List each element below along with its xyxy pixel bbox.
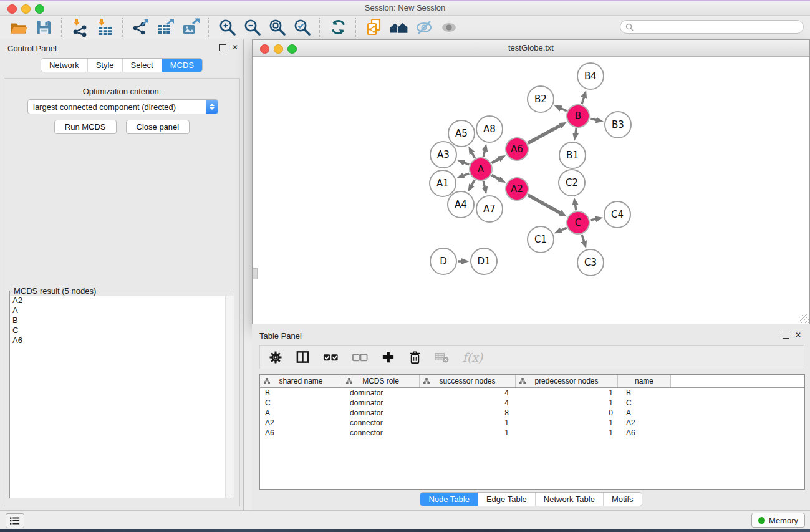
mcds-result-item[interactable]: A [10, 306, 234, 316]
run-mcds-button[interactable]: Run MCDS [54, 120, 117, 134]
column-header-predecessor-nodes[interactable]: predecessor nodes [516, 375, 618, 387]
network-canvas[interactable]: B4B2BB3A5A8A6A3B1AA1C2A2A4A7CC4C1C3DD1 [253, 57, 809, 324]
import-network-button[interactable] [67, 17, 92, 38]
table-tab-edge-table[interactable]: Edge Table [478, 493, 535, 506]
open-session-button[interactable] [6, 17, 31, 38]
search-field[interactable] [620, 20, 804, 34]
function-builder-button[interactable]: f(x) [460, 349, 485, 365]
export-image-button[interactable] [178, 17, 203, 38]
task-history-button[interactable] [6, 513, 24, 528]
export-table-button[interactable] [153, 17, 178, 38]
graph-edge-A-A6[interactable] [492, 159, 500, 163]
table-row-B[interactable]: Bdominator41B [260, 388, 804, 398]
graph-node-B2[interactable]: B2 [527, 85, 554, 113]
control-tab-network[interactable]: Network [41, 59, 87, 72]
clone-network-button[interactable] [362, 17, 387, 38]
mcds-result-item[interactable]: C [10, 326, 234, 336]
delete-row-button[interactable] [407, 349, 423, 365]
float-panel-icon[interactable] [219, 44, 226, 51]
mcds-result-item[interactable]: B [10, 316, 234, 326]
column-header-name[interactable]: name [618, 375, 671, 387]
float-table-panel-icon[interactable] [783, 332, 789, 339]
graph-node-D[interactable]: D [430, 248, 457, 275]
mcds-result-item[interactable]: A2 [10, 296, 234, 306]
graph-edge-A-A5[interactable] [472, 153, 475, 158]
search-input[interactable] [637, 22, 803, 32]
graph-node-A4[interactable]: A4 [447, 191, 475, 218]
table-row-A2[interactable]: A2connector11A2 [260, 418, 804, 428]
mcds-result-item[interactable]: A6 [10, 336, 234, 346]
zoom-fit-button[interactable] [264, 17, 289, 38]
graph-edge-B-B3[interactable] [591, 118, 597, 120]
window-resize-grip[interactable] [800, 314, 809, 323]
graph-node-B3[interactable]: B3 [604, 111, 632, 138]
table-row-A[interactable]: Adominator80A [260, 408, 804, 418]
control-tab-select[interactable]: Select [122, 59, 162, 72]
save-session-button[interactable] [31, 17, 56, 38]
column-header-shared-name[interactable]: shared name [260, 375, 342, 387]
close-table-panel-icon[interactable]: ✕ [795, 331, 801, 339]
column-visibility-button[interactable] [294, 349, 311, 365]
graph-edge-A6-B[interactable] [528, 125, 561, 143]
column-header-successor-nodes[interactable]: successor nodes [420, 375, 516, 387]
graph-node-A8[interactable]: A8 [476, 115, 503, 143]
result-list-scrollbar[interactable] [225, 296, 234, 498]
delete-table-button[interactable] [433, 349, 450, 365]
graph-edge-A2-C[interactable] [528, 195, 561, 213]
show-hidden-button[interactable] [436, 17, 461, 38]
graph-node-A6[interactable]: A6 [505, 137, 529, 161]
graph-node-A3[interactable]: A3 [430, 141, 457, 168]
graph-node-C2[interactable]: C2 [558, 169, 586, 196]
graph-node-C3[interactable]: C3 [577, 249, 604, 276]
control-tab-style[interactable]: Style [87, 59, 122, 72]
deselect-all-button[interactable] [350, 349, 369, 365]
graph-edge-B-B1[interactable] [576, 128, 576, 134]
graph-edge-C-C3[interactable] [582, 235, 584, 242]
close-panel-icon[interactable]: ✕ [232, 44, 238, 51]
add-row-button[interactable] [380, 349, 396, 365]
graph-edge-C-C4[interactable] [591, 219, 596, 220]
graph-edge-A-A8[interactable] [483, 150, 485, 157]
graph-node-A[interactable]: A [469, 157, 493, 181]
close-panel-button[interactable]: Close panel [126, 120, 190, 134]
graph-edge-B-B2[interactable] [561, 108, 567, 110]
zoom-in-button[interactable] [215, 17, 239, 38]
table-tab-motifs[interactable]: Motifs [603, 493, 642, 506]
graph-node-A2[interactable]: A2 [505, 177, 529, 201]
memory-button[interactable]: Memory [751, 513, 805, 528]
table-tab-network-table[interactable]: Network Table [535, 493, 603, 506]
graph-node-C1[interactable]: C1 [527, 226, 554, 253]
graph-node-B4[interactable]: B4 [577, 62, 604, 90]
graph-node-B[interactable]: B [566, 104, 590, 128]
graph-edge-A-A4[interactable] [471, 180, 475, 185]
graph-edge-A-A1[interactable] [463, 173, 470, 176]
optimization-criterion-select[interactable]: largest connected component (directed) [27, 99, 218, 114]
apply-layout-button[interactable] [325, 17, 350, 38]
graph-node-B1[interactable]: B1 [559, 142, 586, 169]
column-header-MCDS-role[interactable]: MCDS role [342, 375, 420, 387]
graph-node-D1[interactable]: D1 [470, 248, 498, 275]
graph-edge-C-C2[interactable] [575, 205, 576, 211]
zoom-out-button[interactable] [239, 17, 264, 38]
table-settings-button[interactable] [268, 349, 284, 365]
graph-node-C[interactable]: C [566, 211, 590, 235]
hide-selected-button[interactable] [412, 17, 436, 38]
graph-edge-A-A2[interactable] [492, 175, 500, 180]
import-table-button[interactable] [92, 17, 117, 38]
table-row-A6[interactable]: A6connector11A6 [260, 428, 804, 438]
graph-node-A7[interactable]: A7 [476, 195, 503, 223]
graph-edge-A-A7[interactable] [483, 181, 485, 188]
graph-edge-C-C1[interactable] [561, 228, 567, 230]
graph-node-C4[interactable]: C4 [604, 201, 631, 228]
table-tab-node-table[interactable]: Node Table [420, 493, 478, 506]
select-all-button[interactable] [321, 349, 340, 365]
graph-edge-B-B4[interactable] [582, 97, 584, 104]
graph-edge-A-A3[interactable] [464, 163, 470, 165]
zoom-selected-button[interactable] [289, 17, 314, 38]
export-network-button[interactable] [128, 17, 153, 38]
canvas-splitter-handle[interactable] [253, 268, 258, 279]
graph-node-A5[interactable]: A5 [448, 120, 475, 147]
table-row-C[interactable]: Cdominator41C [260, 398, 804, 408]
home-views-button[interactable] [387, 17, 412, 38]
control-tab-mcds[interactable]: MCDS [162, 59, 202, 72]
